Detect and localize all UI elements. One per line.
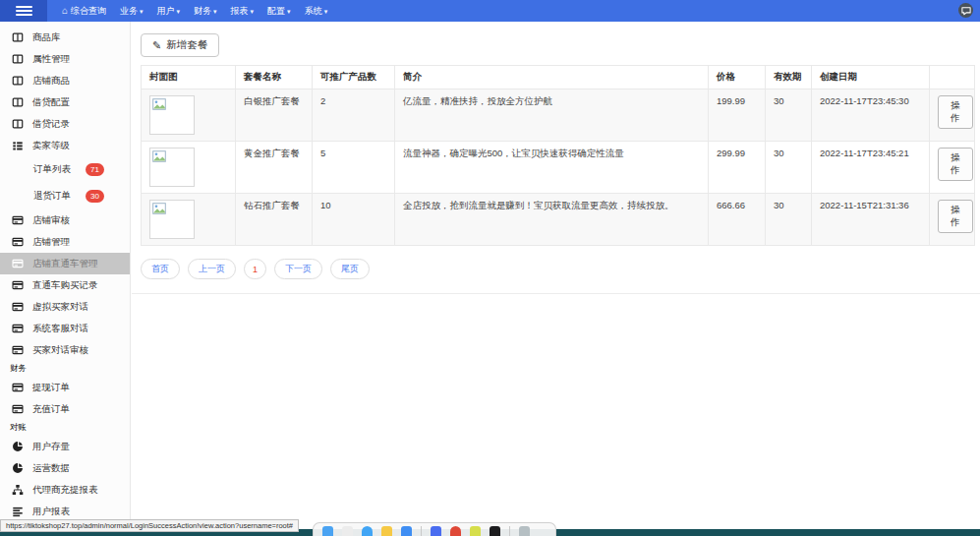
table-columns-icon [12, 53, 24, 65]
col-description: 简介 [395, 66, 709, 89]
col-created: 创建日期 [812, 66, 930, 89]
app-blue-icon[interactable] [431, 526, 441, 536]
card-icon [12, 382, 24, 393]
cover-thumbnail [149, 95, 195, 135]
add-package-label: 新增套餐 [166, 38, 207, 52]
chat-icon [960, 5, 972, 17]
sidebar-item-loan-config[interactable]: 借贷配置 [0, 91, 130, 113]
app-red-icon[interactable] [450, 526, 461, 536]
sidebar-item-order-list[interactable]: 订单列表71 [0, 156, 130, 183]
sidebar-item-label: 商品库 [32, 31, 61, 44]
sidebar-item-shop-review[interactable]: 店铺审核 [0, 209, 130, 231]
sidebar-item-promotion-purchase-records[interactable]: 直通车购买记录 [0, 274, 130, 296]
sidebar-item-label: 店铺直通车管理 [32, 258, 98, 270]
sidebar-item-label: 提现订单 [32, 382, 70, 394]
sidebar-item-label: 退货订单 [33, 190, 71, 203]
sidebar: 商品库 属性管理 店铺商品 借贷配置 借贷记录 卖家等级 订单列表71 退货订单… [0, 22, 131, 529]
sidebar-item-system-support-chat[interactable]: 系统客服对话 [0, 318, 130, 339]
nav-home[interactable]: ⌂综合查询 [55, 0, 113, 22]
package-validity: 30 [766, 142, 812, 194]
sidebar-item-label: 直通车购买记录 [32, 279, 98, 292]
sidebar-item-attribute-management[interactable]: 属性管理 [0, 48, 130, 70]
count-badge: 71 [86, 163, 104, 176]
nav-menu-report[interactable]: 报表▾ [224, 0, 261, 23]
package-validity: 30 [766, 89, 812, 142]
table-columns-icon [12, 75, 24, 87]
app-black-icon[interactable] [490, 526, 500, 536]
sidebar-item-label: 用户报表 [32, 506, 70, 518]
page-current[interactable]: 1 [244, 259, 266, 279]
package-price: 299.99 [709, 142, 766, 194]
page-prev-button[interactable]: 上一页 [188, 259, 236, 279]
sidebar-item-agent-report[interactable]: 代理商充提报表 [0, 479, 130, 501]
notes-icon[interactable] [381, 526, 392, 536]
sitemap-icon [12, 484, 24, 496]
finder-icon[interactable] [322, 526, 333, 536]
launchpad-icon[interactable] [342, 526, 353, 536]
appstore-icon[interactable] [401, 526, 412, 536]
sidebar-item-label: 代理商充提报表 [32, 484, 98, 497]
nav-home-label: 综合查询 [71, 6, 106, 16]
package-price: 666.66 [709, 194, 766, 246]
sidebar-item-label: 充值订单 [32, 403, 70, 416]
panel-divider [132, 293, 980, 294]
sidebar-item-shop-management[interactable]: 店铺管理 [0, 231, 130, 253]
safari-icon[interactable] [362, 526, 373, 536]
card-icon [12, 403, 24, 415]
sidebar-item-label: 店铺管理 [32, 236, 70, 249]
app-yellow-icon[interactable] [470, 526, 481, 536]
sidebar-item-buyer-chat-review[interactable]: 买家对话审核 [0, 339, 130, 361]
table-row: 钻石推广套餐 10 全店投放，抢到流量就是赚到！宝贝获取流量更高效，持续投放。 … [142, 194, 975, 246]
sidebar-item-label: 店铺审核 [32, 214, 70, 227]
add-package-button[interactable]: ✎新增套餐 [141, 33, 219, 57]
chat-bubble-button[interactable] [958, 3, 973, 18]
sidebar-item-virtual-buyer-chat[interactable]: 虚拟买家对话 [0, 296, 130, 318]
nav-menu-business[interactable]: 业务▾ [113, 0, 150, 23]
sidebar-item-label: 借贷配置 [32, 96, 70, 109]
sidebar-item-withdraw-orders[interactable]: 提现订单 [0, 377, 130, 398]
chevron-down-icon: ▾ [287, 8, 291, 15]
sidebar-item-goods-library[interactable]: 商品库 [0, 27, 130, 48]
chevron-down-icon: ▾ [324, 8, 328, 15]
nav-menu-config[interactable]: 配置▾ [260, 0, 298, 23]
pie-chart-icon [12, 462, 24, 474]
product-count: 2 [313, 89, 395, 142]
sidebar-item-shop-promotion-management[interactable]: 店铺直通车管理 [0, 253, 130, 274]
col-package-name: 套餐名称 [236, 66, 313, 89]
pencil-icon: ✎ [152, 39, 161, 52]
sidebar-item-return-orders[interactable]: 退货订单30 [0, 183, 130, 209]
page-first-button[interactable]: 首页 [141, 259, 180, 279]
package-name: 黄金推广套餐 [236, 142, 313, 194]
hamburger-menu-icon[interactable] [0, 0, 47, 22]
status-url-tooltip: https://tiktokshop27.top/admin/normal/Lo… [0, 519, 299, 532]
nav-menu-user[interactable]: 用户▾ [150, 0, 188, 23]
sidebar-item-shop-goods[interactable]: 店铺商品 [0, 70, 130, 91]
row-action-button[interactable]: 操作 [938, 95, 973, 129]
row-action-button[interactable]: 操作 [938, 148, 973, 181]
package-desc: 亿流量，精准扶持，投放全方位护航 [395, 89, 709, 142]
package-desc: 流量神器，确定曝光500，让宝贝快速获得确定性流量 [395, 142, 709, 194]
sidebar-item-label: 订单列表 [33, 163, 71, 176]
row-action-button[interactable]: 操作 [938, 200, 973, 233]
sidebar-item-recharge-orders[interactable]: 充值订单 [0, 398, 130, 420]
trash-icon[interactable] [519, 526, 530, 536]
sidebar-item-label: 买家对话审核 [32, 344, 88, 357]
broken-image-icon [152, 150, 166, 162]
sidebar-item-user-stock[interactable]: 用户存量 [0, 436, 130, 457]
col-product-count: 可推广产品数 [313, 66, 395, 89]
sidebar-item-loan-records[interactable]: 借贷记录 [0, 113, 130, 135]
sidebar-section-reconciliation: 对账 [0, 420, 130, 436]
product-count: 10 [313, 194, 395, 246]
sidebar-item-operation-data[interactable]: 运营数据 [0, 457, 130, 479]
package-created: 2022-11-17T23:45:30 [812, 89, 930, 142]
page-last-button[interactable]: 尾页 [330, 259, 370, 279]
cover-thumbnail [149, 148, 195, 187]
sidebar-item-seller-level[interactable]: 卖家等级 [0, 135, 130, 156]
nav-menu-finance[interactable]: 财务▾ [187, 0, 224, 23]
main-content: ✎新增套餐 封面图 套餐名称 可推广产品数 简介 价格 有效期 创建日期 白银推… [132, 22, 980, 529]
list-icon [12, 140, 24, 151]
sidebar-item-label: 属性管理 [32, 53, 70, 66]
chevron-down-icon: ▾ [177, 8, 181, 15]
nav-menu-system[interactable]: 系统▾ [298, 0, 335, 23]
page-next-button[interactable]: 下一页 [274, 259, 322, 279]
